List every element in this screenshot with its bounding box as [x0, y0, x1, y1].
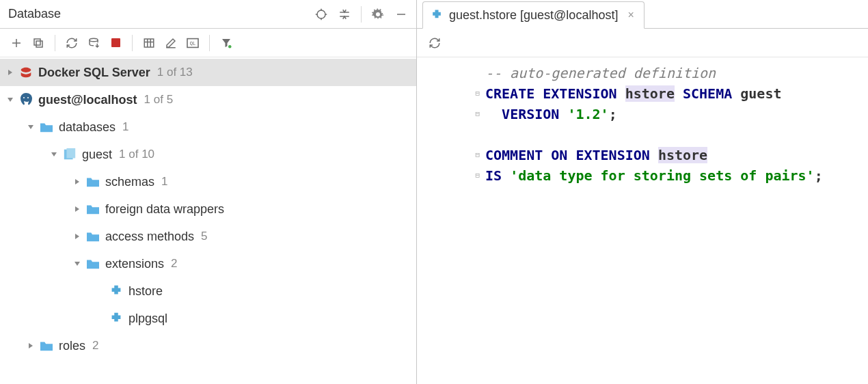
edit-button[interactable]	[161, 33, 180, 53]
tree-node-label: hstore	[128, 284, 163, 299]
panel-title: Database	[8, 7, 314, 21]
filter-button[interactable]	[217, 33, 236, 53]
folder-icon	[37, 121, 56, 133]
tree-node-label: guest	[82, 148, 112, 162]
code-keyword: SCHEMA	[675, 85, 740, 102]
svg-rect-11	[34, 39, 40, 45]
gear-icon[interactable]	[371, 8, 385, 21]
database-icon	[60, 148, 79, 161]
panel-header-actions	[314, 6, 408, 23]
tree-node-databases[interactable]: databases 1	[0, 113, 416, 141]
tree-node-label: databases	[59, 120, 116, 135]
chevron-right-icon[interactable]	[25, 342, 37, 349]
table-button[interactable]	[139, 33, 159, 53]
datasource-item[interactable]: Docker SQL Server 1 of 13	[0, 59, 416, 86]
svg-point-0	[317, 10, 325, 18]
editor-toolbar	[417, 29, 868, 57]
database-toolbar: QL	[0, 29, 416, 57]
svg-point-24	[23, 97, 25, 98]
svg-marker-22	[8, 70, 12, 75]
tree-node-database[interactable]: guest 1 of 10	[0, 141, 416, 168]
separator	[132, 35, 133, 51]
add-button[interactable]	[7, 33, 26, 53]
editor-gutter: ⊟ ⊟ ⊟ ⊟	[417, 63, 485, 384]
svg-rect-10	[36, 41, 42, 47]
editor-tab[interactable]: guest.hstore [guest@localhost] ×	[422, 1, 645, 29]
code-punc: ;	[609, 106, 617, 122]
editor-panel: guest.hstore [guest@localhost] × ⊟ ⊟ ⊟ ⊟…	[417, 0, 868, 384]
close-icon[interactable]: ×	[627, 9, 634, 21]
code-string: 'data type for storing sets of pairs'	[510, 167, 815, 184]
fold-marker-icon[interactable]: ⊟	[475, 145, 480, 165]
tree-node-count: 1	[161, 175, 167, 189]
svg-marker-30	[75, 179, 79, 184]
code-ident: hstore	[658, 147, 707, 163]
extension-icon	[107, 284, 126, 299]
fold-marker-icon[interactable]: ⊟	[475, 83, 480, 104]
code-comment: -- auto-generated definition	[485, 65, 716, 81]
svg-point-21	[228, 45, 232, 49]
sql-editor[interactable]: ⊟ ⊟ ⊟ ⊟ -- auto-generated definition CRE…	[417, 57, 868, 384]
tree-node-label: plpgsql	[128, 312, 167, 326]
code-keyword: VERSION	[502, 106, 567, 122]
svg-marker-33	[74, 262, 80, 266]
tree-node-label: schemas	[105, 175, 154, 189]
fold-marker-icon[interactable]: ⊟	[475, 104, 480, 124]
extension-icon	[430, 8, 444, 22]
extension-icon	[107, 311, 126, 326]
tree-node-fdw[interactable]: foreign data wrappers	[0, 195, 416, 223]
database-tool-window: Database	[0, 0, 417, 384]
refresh-button[interactable]	[62, 33, 81, 53]
chevron-right-icon[interactable]	[4, 69, 16, 76]
folder-icon	[83, 203, 103, 215]
tree-node-schemas[interactable]: schemas 1	[0, 168, 416, 195]
stop-button[interactable]	[106, 33, 125, 53]
minimize-icon[interactable]	[394, 8, 408, 21]
console-button[interactable]: QL	[183, 33, 202, 53]
code-content[interactable]: -- auto-generated definition CREATE EXTE…	[485, 63, 868, 384]
tree-node-label: roles	[59, 339, 85, 353]
svg-marker-27	[51, 152, 57, 156]
tree-node-access-methods[interactable]: access methods 5	[0, 223, 416, 250]
code-punc: ;	[815, 167, 823, 184]
folder-icon	[83, 230, 103, 243]
tree-node-label: foreign data wrappers	[105, 202, 224, 217]
svg-marker-23	[8, 98, 13, 102]
code-keyword: CREATE EXTENSION	[485, 85, 625, 102]
sync-button[interactable]	[84, 33, 103, 53]
tree-node-roles[interactable]: roles 2	[0, 332, 416, 359]
separator	[361, 6, 362, 23]
sqlserver-icon	[16, 65, 36, 80]
tree-node-count: 1 of 10	[119, 148, 154, 161]
tree-node-label: access methods	[105, 230, 194, 244]
refresh-button[interactable]	[425, 33, 444, 53]
separator	[55, 35, 55, 51]
database-tree[interactable]: Docker SQL Server 1 of 13 guest@localhos…	[0, 57, 416, 384]
datasource-count: 1 of 5	[144, 93, 174, 107]
chevron-right-icon[interactable]	[71, 178, 83, 185]
svg-marker-26	[28, 125, 33, 129]
tree-node-extension[interactable]: hstore	[0, 277, 416, 305]
duplicate-button[interactable]	[29, 33, 48, 53]
tree-node-label: extensions	[105, 257, 164, 271]
fold-marker-icon[interactable]: ⊟	[475, 165, 480, 186]
datasource-label: Docker SQL Server	[38, 66, 150, 80]
svg-marker-34	[29, 343, 33, 348]
chevron-right-icon[interactable]	[71, 206, 83, 212]
chevron-down-icon[interactable]	[48, 151, 60, 158]
svg-point-25	[27, 97, 29, 98]
tree-node-count: 5	[201, 230, 207, 243]
target-icon[interactable]	[314, 8, 328, 21]
tree-node-extension[interactable]: plpgsql	[0, 305, 416, 332]
chevron-down-icon[interactable]	[71, 260, 83, 267]
svg-marker-32	[75, 234, 79, 239]
code-keyword: IS	[485, 167, 510, 184]
svg-text:QL: QL	[190, 40, 196, 46]
chevron-right-icon[interactable]	[71, 233, 83, 240]
chevron-down-icon[interactable]	[4, 96, 16, 103]
code-indent	[485, 106, 502, 122]
chevron-down-icon[interactable]	[25, 124, 37, 131]
tree-node-extensions[interactable]: extensions 2	[0, 250, 416, 277]
split-icon[interactable]	[338, 8, 351, 21]
datasource-item[interactable]: guest@localhost 1 of 5	[0, 86, 416, 113]
